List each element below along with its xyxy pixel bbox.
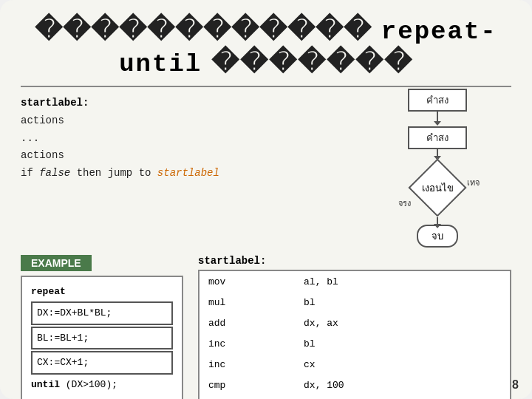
- asm-row-mul: mul bl: [201, 293, 508, 313]
- fc-box2-label: คำสง: [426, 132, 449, 143]
- divider: [21, 86, 511, 87]
- if-pre: if: [21, 167, 39, 179]
- bottom-section: EXAMPLE repeat DX:=DX+BL*BL; BL:=BL+1; C…: [21, 255, 511, 399]
- fc-true-label: เทจ: [467, 176, 480, 189]
- title-text: ������������ repeat-until �������: [35, 13, 497, 77]
- asm-row-mov: mov al, bl: [201, 273, 508, 292]
- actions1-line: actions: [21, 112, 356, 130]
- fc-arrow3: [437, 217, 438, 225]
- fc-box1: คำสง: [408, 89, 467, 112]
- example-code: repeat DX:=DX+BL*BL; BL:=BL+1; CX:=CX+1;…: [21, 276, 183, 399]
- startlabel-line: startlabel:: [21, 95, 356, 112]
- asm-startlabel: startlabel:: [198, 255, 511, 267]
- if-post: then jump to: [70, 167, 157, 179]
- asm-arg-mul: bl: [296, 293, 508, 313]
- asm-arg-inc2: cx: [296, 355, 508, 375]
- asm-arg-inc1: bl: [296, 335, 508, 354]
- fc-diamond-label: เงอนไข: [422, 180, 454, 196]
- title-area: ������������ repeat-until �������: [21, 13, 511, 78]
- bl-line: BL:=BL+1;: [31, 327, 173, 349]
- asm-op-inc1: inc: [201, 335, 295, 354]
- title-prefix: ������������: [35, 14, 372, 44]
- asm-op-add: add: [201, 314, 295, 333]
- if-line: if false then jump to startlabel: [21, 165, 356, 183]
- cx-line: CX:=CX+1;: [31, 351, 173, 374]
- slide-container: ������������ repeat-until ������� startl…: [0, 0, 532, 399]
- startlabel-keyword: startlabel:: [21, 97, 89, 109]
- title-suffix: �������: [211, 47, 413, 77]
- startlabel-ref: startlabel: [157, 167, 219, 179]
- page-number: 8: [512, 378, 519, 392]
- dots-line: ...: [21, 130, 356, 148]
- asm-row-inc2: inc cx: [201, 355, 508, 375]
- fc-box2: คำสง: [408, 126, 467, 149]
- asm-op-cmp: cmp: [201, 376, 295, 395]
- asm-row-add: add dx, ax: [201, 314, 508, 333]
- fc-false-label: จรง: [398, 197, 411, 210]
- flowchart: คำสง คำสง เงอนไข เทจ จรง: [364, 89, 511, 248]
- left-pseudocode: startlabel: actions ... actions if false…: [21, 95, 356, 183]
- asm-arg-mov: al, bl: [296, 273, 508, 292]
- asm-table: mov al, bl mul bl add dx, ax inc bl: [198, 270, 511, 399]
- asm-arg-cmp: dx, 100: [296, 376, 508, 395]
- if-false: false: [39, 167, 70, 179]
- asm-row-cmp: cmp dx, 100: [201, 376, 508, 395]
- fc-diamond-wrapper: เงอนไข เทจ จรง: [397, 160, 478, 204]
- fc-box1-label: คำสง: [426, 95, 449, 106]
- fc-end-label: จบ: [432, 231, 443, 242]
- dx-line: DX:=DX+BL*BL;: [31, 301, 173, 324]
- asm-block: startlabel: mov al, bl mul bl add dx, ax: [198, 255, 511, 399]
- asm-arg-add: dx, ax: [296, 314, 508, 333]
- asm-row-inc1: inc bl: [201, 335, 508, 354]
- repeat-keyword: repeat: [31, 286, 66, 297]
- fc-arrow2: [437, 149, 438, 157]
- asm-op-inc2: inc: [201, 355, 295, 375]
- example-block: EXAMPLE repeat DX:=DX+BL*BL; BL:=BL+1; C…: [21, 255, 183, 399]
- actions2-line: actions: [21, 147, 356, 165]
- example-label: EXAMPLE: [21, 255, 92, 271]
- top-section: startlabel: actions ... actions if false…: [21, 95, 511, 248]
- asm-op-mov: mov: [201, 273, 295, 292]
- until-line: until (DX>100);: [31, 379, 117, 390]
- fc-arrow1: [437, 112, 438, 122]
- asm-op-mul: mul: [201, 293, 295, 313]
- fc-diamond: เงอนไข: [408, 158, 466, 216]
